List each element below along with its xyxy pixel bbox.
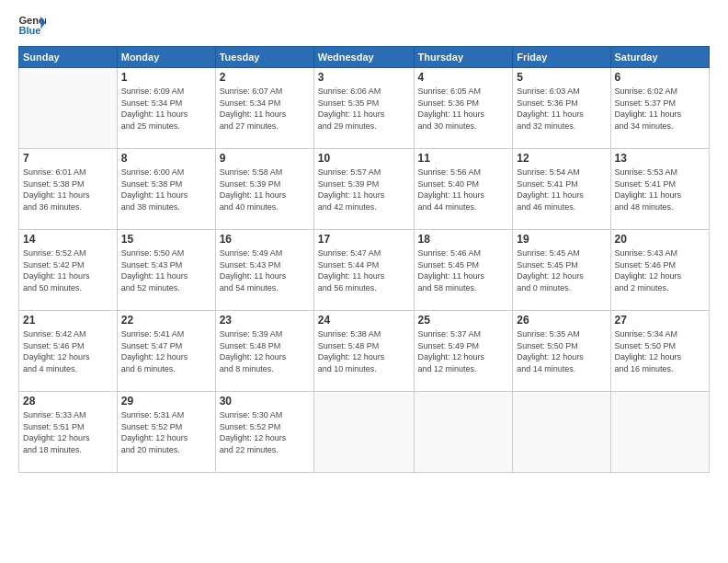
day-number: 19 [517, 233, 606, 246]
day-number: 23 [220, 314, 310, 327]
calendar-cell: 17Sunrise: 5:47 AM Sunset: 5:44 PM Dayli… [313, 230, 414, 311]
day-info: Sunrise: 5:34 AM Sunset: 5:50 PM Dayligh… [615, 328, 705, 374]
day-info: Sunrise: 6:05 AM Sunset: 5:36 PM Dayligh… [418, 86, 509, 132]
day-info: Sunrise: 5:56 AM Sunset: 5:40 PM Dayligh… [418, 167, 509, 213]
calendar-cell [313, 392, 414, 473]
day-info: Sunrise: 5:37 AM Sunset: 5:49 PM Dayligh… [418, 328, 509, 374]
calendar-cell: 21Sunrise: 5:42 AM Sunset: 5:46 PM Dayli… [19, 311, 118, 392]
day-info: Sunrise: 5:50 AM Sunset: 5:43 PM Dayligh… [121, 247, 211, 293]
day-info: Sunrise: 6:02 AM Sunset: 5:37 PM Dayligh… [615, 86, 705, 132]
day-info: Sunrise: 5:38 AM Sunset: 5:48 PM Dayligh… [318, 328, 410, 374]
calendar-cell: 19Sunrise: 5:45 AM Sunset: 5:45 PM Dayli… [513, 230, 610, 311]
day-number: 7 [23, 152, 113, 165]
day-info: Sunrise: 5:42 AM Sunset: 5:46 PM Dayligh… [23, 328, 113, 374]
day-info: Sunrise: 6:03 AM Sunset: 5:36 PM Dayligh… [517, 86, 606, 132]
day-info: Sunrise: 5:53 AM Sunset: 5:41 PM Dayligh… [615, 167, 705, 213]
calendar-week-row: 21Sunrise: 5:42 AM Sunset: 5:46 PM Dayli… [19, 311, 710, 392]
day-number: 3 [318, 71, 410, 84]
day-info: Sunrise: 5:30 AM Sunset: 5:52 PM Dayligh… [220, 409, 310, 455]
day-info: Sunrise: 5:43 AM Sunset: 5:46 PM Dayligh… [615, 247, 705, 293]
day-number: 14 [23, 233, 113, 246]
svg-text:Blue: Blue [18, 25, 40, 36]
weekday-header: Wednesday [313, 47, 414, 68]
weekday-header: Tuesday [215, 47, 313, 68]
calendar-cell: 27Sunrise: 5:34 AM Sunset: 5:50 PM Dayli… [610, 311, 709, 392]
calendar-cell: 10Sunrise: 5:57 AM Sunset: 5:39 PM Dayli… [313, 149, 414, 230]
calendar-cell: 12Sunrise: 5:54 AM Sunset: 5:41 PM Dayli… [513, 149, 610, 230]
day-number: 15 [121, 233, 211, 246]
calendar-cell: 30Sunrise: 5:30 AM Sunset: 5:52 PM Dayli… [215, 392, 313, 473]
day-number: 1 [121, 71, 211, 84]
day-number: 26 [517, 314, 606, 327]
day-number: 2 [220, 71, 310, 84]
calendar-cell: 15Sunrise: 5:50 AM Sunset: 5:43 PM Dayli… [117, 230, 215, 311]
day-number: 24 [318, 314, 410, 327]
calendar-cell: 24Sunrise: 5:38 AM Sunset: 5:48 PM Dayli… [313, 311, 414, 392]
calendar-cell: 8Sunrise: 6:00 AM Sunset: 5:38 PM Daylig… [117, 149, 215, 230]
day-info: Sunrise: 5:33 AM Sunset: 5:51 PM Dayligh… [23, 409, 113, 455]
day-info: Sunrise: 6:00 AM Sunset: 5:38 PM Dayligh… [121, 167, 211, 213]
calendar-cell: 29Sunrise: 5:31 AM Sunset: 5:52 PM Dayli… [117, 392, 215, 473]
day-number: 27 [615, 314, 705, 327]
calendar-cell: 13Sunrise: 5:53 AM Sunset: 5:41 PM Dayli… [610, 149, 709, 230]
day-info: Sunrise: 6:09 AM Sunset: 5:34 PM Dayligh… [121, 86, 211, 132]
day-info: Sunrise: 5:54 AM Sunset: 5:41 PM Dayligh… [517, 167, 606, 213]
logo-icon: General Blue [18, 15, 46, 37]
calendar-cell: 2Sunrise: 6:07 AM Sunset: 5:34 PM Daylig… [215, 68, 313, 149]
weekday-header: Saturday [610, 47, 709, 68]
calendar-week-row: 7Sunrise: 6:01 AM Sunset: 5:38 PM Daylig… [19, 149, 710, 230]
day-number: 6 [615, 71, 705, 84]
calendar-cell: 3Sunrise: 6:06 AM Sunset: 5:35 PM Daylig… [313, 68, 414, 149]
day-number: 17 [318, 233, 410, 246]
calendar-cell: 26Sunrise: 5:35 AM Sunset: 5:50 PM Dayli… [513, 311, 610, 392]
weekday-header: Monday [117, 47, 215, 68]
calendar-cell: 11Sunrise: 5:56 AM Sunset: 5:40 PM Dayli… [414, 149, 513, 230]
calendar-cell: 18Sunrise: 5:46 AM Sunset: 5:45 PM Dayli… [414, 230, 513, 311]
day-info: Sunrise: 6:06 AM Sunset: 5:35 PM Dayligh… [318, 86, 410, 132]
calendar-cell [513, 392, 610, 473]
day-number: 30 [220, 395, 310, 408]
calendar-week-row: 1Sunrise: 6:09 AM Sunset: 5:34 PM Daylig… [19, 68, 710, 149]
day-info: Sunrise: 6:07 AM Sunset: 5:34 PM Dayligh… [220, 86, 310, 132]
weekday-header: Friday [513, 47, 610, 68]
day-info: Sunrise: 5:47 AM Sunset: 5:44 PM Dayligh… [318, 247, 410, 293]
calendar-cell [414, 392, 513, 473]
calendar-cell: 7Sunrise: 6:01 AM Sunset: 5:38 PM Daylig… [19, 149, 118, 230]
day-info: Sunrise: 5:41 AM Sunset: 5:47 PM Dayligh… [121, 328, 211, 374]
calendar-cell: 28Sunrise: 5:33 AM Sunset: 5:51 PM Dayli… [19, 392, 118, 473]
day-number: 22 [121, 314, 211, 327]
day-number: 12 [517, 152, 606, 165]
logo: General Blue [18, 15, 46, 37]
calendar-header-row: SundayMondayTuesdayWednesdayThursdayFrid… [19, 47, 710, 68]
calendar-week-row: 28Sunrise: 5:33 AM Sunset: 5:51 PM Dayli… [19, 392, 710, 473]
day-number: 29 [121, 395, 211, 408]
day-number: 18 [418, 233, 509, 246]
day-number: 11 [418, 152, 509, 165]
calendar-cell: 23Sunrise: 5:39 AM Sunset: 5:48 PM Dayli… [215, 311, 313, 392]
calendar-cell [19, 68, 118, 149]
day-number: 5 [517, 71, 606, 84]
calendar-cell: 9Sunrise: 5:58 AM Sunset: 5:39 PM Daylig… [215, 149, 313, 230]
calendar-cell: 20Sunrise: 5:43 AM Sunset: 5:46 PM Dayli… [610, 230, 709, 311]
day-info: Sunrise: 5:46 AM Sunset: 5:45 PM Dayligh… [418, 247, 509, 293]
calendar-cell [610, 392, 709, 473]
day-number: 21 [23, 314, 113, 327]
day-info: Sunrise: 5:57 AM Sunset: 5:39 PM Dayligh… [318, 167, 410, 213]
weekday-header: Thursday [414, 47, 513, 68]
day-info: Sunrise: 5:31 AM Sunset: 5:52 PM Dayligh… [121, 409, 211, 455]
day-number: 25 [418, 314, 509, 327]
calendar-cell: 5Sunrise: 6:03 AM Sunset: 5:36 PM Daylig… [513, 68, 610, 149]
day-info: Sunrise: 5:39 AM Sunset: 5:48 PM Dayligh… [220, 328, 310, 374]
weekday-header: Sunday [19, 47, 118, 68]
day-number: 20 [615, 233, 705, 246]
day-number: 13 [615, 152, 705, 165]
day-number: 16 [220, 233, 310, 246]
calendar-cell: 16Sunrise: 5:49 AM Sunset: 5:43 PM Dayli… [215, 230, 313, 311]
day-number: 9 [220, 152, 310, 165]
calendar-table: SundayMondayTuesdayWednesdayThursdayFrid… [18, 46, 710, 473]
calendar-cell: 4Sunrise: 6:05 AM Sunset: 5:36 PM Daylig… [414, 68, 513, 149]
day-info: Sunrise: 5:58 AM Sunset: 5:39 PM Dayligh… [220, 167, 310, 213]
day-info: Sunrise: 6:01 AM Sunset: 5:38 PM Dayligh… [23, 167, 113, 213]
day-info: Sunrise: 5:45 AM Sunset: 5:45 PM Dayligh… [517, 247, 606, 293]
day-info: Sunrise: 5:49 AM Sunset: 5:43 PM Dayligh… [220, 247, 310, 293]
